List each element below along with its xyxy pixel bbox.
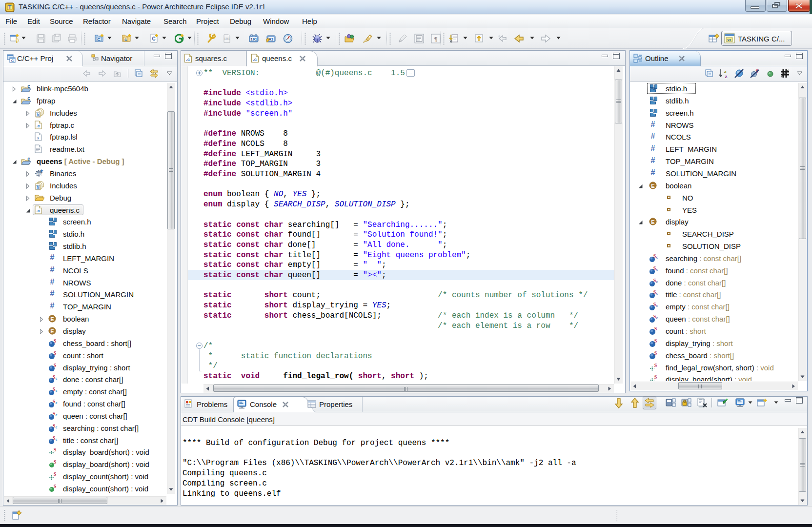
svg-text:E: E: [50, 316, 54, 322]
svg-text:vx: vx: [728, 38, 731, 41]
svg-text:S: S: [654, 375, 657, 380]
svg-text:S: S: [54, 460, 57, 465]
svg-text:E: E: [651, 183, 654, 189]
svg-text:.c: .c: [186, 57, 190, 62]
svg-text:S: S: [54, 484, 57, 489]
svg-text:h: h: [37, 185, 40, 190]
svg-text:S: S: [54, 472, 57, 477]
svg-text:c: c: [56, 401, 58, 405]
svg-text:¶: ¶: [434, 35, 437, 42]
svg-text:.c: .c: [253, 57, 257, 62]
svg-text:S: S: [654, 363, 657, 368]
svg-text:c: c: [27, 84, 30, 89]
svg-text:S: S: [654, 339, 657, 344]
svg-text:c: c: [656, 280, 658, 284]
svg-text:c: c: [656, 304, 658, 308]
svg-text:c: c: [56, 376, 58, 381]
svg-text:s̤: s̤: [37, 135, 39, 140]
svg-text:h: h: [37, 112, 40, 117]
svg-text:S: S: [54, 447, 57, 452]
svg-text:c: c: [656, 316, 658, 320]
svg-text:101: 101: [250, 38, 257, 41]
svg-text:S: S: [54, 351, 57, 356]
svg-text:T: T: [8, 4, 12, 10]
svg-text:E: E: [50, 328, 54, 334]
svg-text:c: c: [27, 157, 30, 162]
svg-text:c: c: [124, 37, 127, 42]
svg-text:c: c: [56, 425, 58, 429]
svg-text:101: 101: [224, 37, 230, 41]
svg-text:S: S: [654, 326, 657, 331]
svg-text:c: c: [656, 255, 658, 260]
svg-text:c: c: [56, 413, 58, 417]
svg-text:101: 101: [37, 172, 42, 176]
svg-text:S: S: [54, 339, 57, 344]
svg-text:c: c: [56, 388, 58, 393]
svg-text:z: z: [725, 73, 728, 79]
svg-text:C: C: [97, 37, 101, 42]
svg-text:c: c: [56, 437, 58, 442]
svg-text:c: c: [27, 96, 30, 101]
svg-text:C: C: [11, 59, 14, 63]
svg-text:S: S: [54, 363, 57, 368]
svg-text:C: C: [152, 36, 155, 41]
svg-text:E: E: [651, 219, 654, 225]
svg-text:c: c: [656, 267, 658, 272]
svg-text:c: c: [656, 291, 658, 296]
svg-text:S: S: [654, 351, 657, 356]
svg-text:.c: .c: [36, 123, 40, 128]
svg-text:.c: .c: [36, 208, 40, 213]
